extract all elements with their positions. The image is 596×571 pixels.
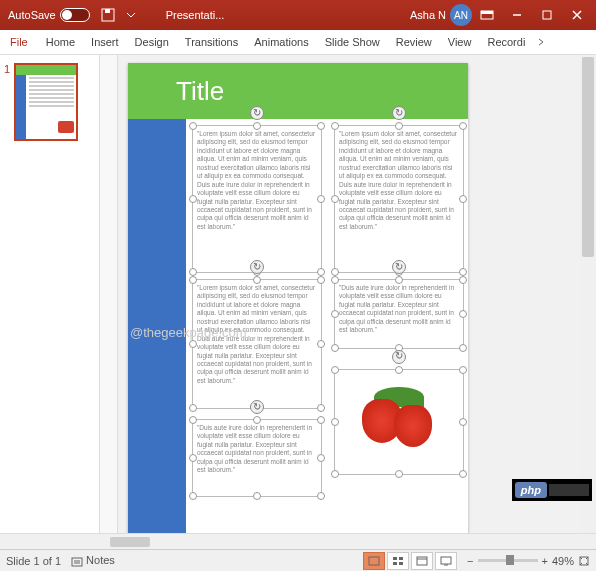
- toggle-switch-icon[interactable]: [60, 8, 90, 22]
- textbox-2-text: "Lorem ipsum dolor sit amet, consectetur…: [339, 130, 457, 230]
- zoom-in-button[interactable]: +: [542, 555, 548, 567]
- textbox-1-text: "Lorem ipsum dolor sit amet, consectetur…: [197, 130, 315, 230]
- notes-label: Notes: [86, 554, 115, 566]
- notes-button[interactable]: Notes: [71, 554, 115, 566]
- ribbon-tabs: File Home Insert Design Transitions Anim…: [0, 30, 596, 55]
- view-buttons: [363, 552, 457, 570]
- svg-rect-15: [399, 562, 403, 565]
- rotate-handle-icon[interactable]: [250, 106, 264, 120]
- svg-rect-3: [481, 11, 493, 14]
- main-area: 1 Title: [0, 55, 596, 533]
- textbox-3-text: "Lorem ipsum dolor sit amet, consectetur…: [197, 284, 315, 384]
- tab-file[interactable]: File: [0, 30, 38, 54]
- close-button[interactable]: [562, 3, 592, 27]
- user-account[interactable]: Asha N AN: [410, 4, 472, 26]
- reading-view-button[interactable]: [411, 552, 433, 570]
- svg-rect-1: [105, 9, 110, 13]
- ribbon-display-icon[interactable]: [472, 3, 502, 27]
- autosave-toggle[interactable]: AutoSave: [4, 8, 94, 22]
- undo-dropdown-icon[interactable]: [116, 3, 146, 27]
- tab-insert[interactable]: Insert: [83, 30, 127, 54]
- thumbnail-panel: 1: [0, 55, 100, 533]
- status-bar: Slide 1 of 1 Notes − + 49%: [0, 549, 596, 571]
- slide-content-area: "Lorem ipsum dolor sit amet, consectetur…: [186, 119, 468, 533]
- tab-review[interactable]: Review: [388, 30, 440, 54]
- zoom-slider-thumb[interactable]: [506, 555, 514, 565]
- zoom-slider[interactable]: [478, 559, 538, 562]
- textbox-5[interactable]: "Duis aute irure dolor in reprehenderit …: [192, 419, 322, 497]
- slide[interactable]: Title "Lorem ipsum dolor sit amet, conse…: [128, 63, 468, 533]
- thumbnail-item[interactable]: 1: [4, 63, 95, 141]
- zoom-value[interactable]: 49%: [552, 555, 574, 567]
- scrollbar-thumb[interactable]: [110, 537, 150, 547]
- rotate-handle-icon[interactable]: [392, 350, 406, 364]
- vertical-ruler: [100, 55, 118, 533]
- slide-sidebar-shape[interactable]: [128, 119, 186, 533]
- slideshow-button[interactable]: [435, 552, 457, 570]
- svg-rect-12: [393, 557, 397, 560]
- textbox-1[interactable]: "Lorem ipsum dolor sit amet, consectetur…: [192, 125, 322, 273]
- rotate-handle-icon[interactable]: [392, 106, 406, 120]
- tab-transitions[interactable]: Transitions: [177, 30, 246, 54]
- ribbon-overflow-icon[interactable]: [533, 37, 549, 47]
- title-bar: AutoSave Presentati... Asha N AN: [0, 0, 596, 30]
- svg-rect-13: [399, 557, 403, 560]
- minimize-button[interactable]: [502, 3, 532, 27]
- fit-to-window-button[interactable]: [578, 555, 590, 567]
- svg-rect-5: [543, 11, 551, 19]
- svg-rect-18: [441, 557, 451, 564]
- autosave-label: AutoSave: [8, 9, 56, 21]
- scrollbar-thumb[interactable]: [582, 57, 594, 257]
- textbox-2[interactable]: "Lorem ipsum dolor sit amet, consectetur…: [334, 125, 464, 273]
- normal-view-button[interactable]: [363, 552, 385, 570]
- image-placeholder[interactable]: [334, 369, 464, 475]
- slide-counter[interactable]: Slide 1 of 1: [6, 555, 61, 567]
- horizontal-scrollbar[interactable]: [0, 533, 596, 549]
- slide-thumbnail[interactable]: [14, 63, 78, 141]
- zoom-controls: − + 49%: [467, 555, 590, 567]
- tab-animations[interactable]: Animations: [246, 30, 316, 54]
- textbox-5-text: "Duis aute irure dolor in reprehenderit …: [197, 424, 312, 473]
- textbox-3[interactable]: "Lorem ipsum dolor sit amet, consectetur…: [192, 279, 322, 409]
- slide-title-box[interactable]: Title: [128, 63, 468, 119]
- svg-rect-14: [393, 562, 397, 565]
- rotate-handle-icon[interactable]: [250, 400, 264, 414]
- zoom-out-button[interactable]: −: [467, 555, 473, 567]
- tab-design[interactable]: Design: [127, 30, 177, 54]
- save-icon[interactable]: [100, 7, 116, 23]
- vertical-scrollbar[interactable]: [580, 55, 596, 533]
- avatar: AN: [450, 4, 472, 26]
- slide-sorter-button[interactable]: [387, 552, 409, 570]
- textbox-4[interactable]: "Duis aute irure dolor in reprehenderit …: [334, 279, 464, 349]
- rotate-handle-icon[interactable]: [392, 260, 406, 274]
- svg-rect-11: [369, 557, 379, 565]
- slide-canvas[interactable]: Title "Lorem ipsum dolor sit amet, conse…: [100, 55, 596, 533]
- tab-view[interactable]: View: [440, 30, 480, 54]
- document-title: Presentati...: [166, 9, 225, 21]
- svg-rect-8: [72, 558, 82, 566]
- thumbnail-number: 1: [4, 63, 10, 75]
- svg-rect-16: [417, 557, 427, 565]
- rotate-handle-icon[interactable]: [250, 260, 264, 274]
- textbox-4-text: "Duis aute irure dolor in reprehenderit …: [339, 284, 454, 333]
- strawberry-image: [354, 387, 444, 457]
- tab-recording[interactable]: Recordi: [479, 30, 533, 54]
- username-label: Asha N: [410, 9, 446, 21]
- tab-home[interactable]: Home: [38, 30, 83, 54]
- php-label: php: [515, 482, 547, 498]
- maximize-button[interactable]: [532, 3, 562, 27]
- php-badge: php: [512, 479, 592, 501]
- tab-slideshow[interactable]: Slide Show: [317, 30, 388, 54]
